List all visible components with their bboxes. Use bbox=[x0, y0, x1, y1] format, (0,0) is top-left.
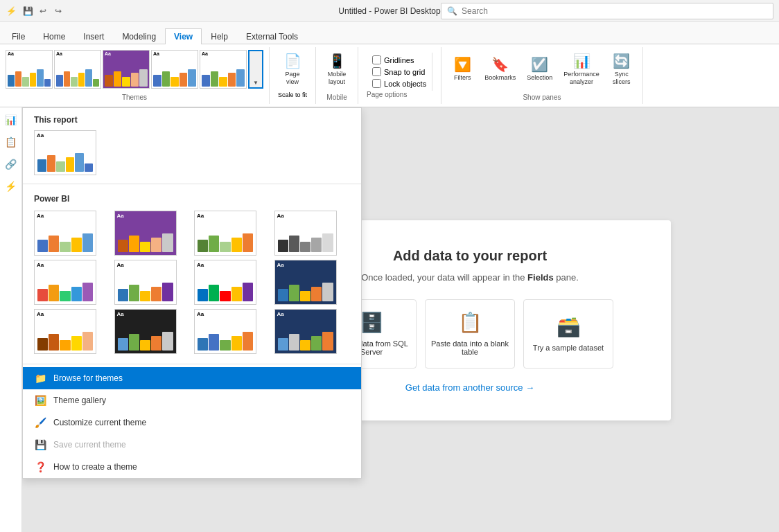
sample-dataset-icon: 🗃️ bbox=[557, 315, 581, 338]
browse-themes-item[interactable]: 📁 Browse for themes bbox=[23, 367, 361, 389]
save-theme-label: Save current theme bbox=[53, 440, 126, 450]
snap-to-grid-input[interactable] bbox=[372, 67, 381, 76]
this-report-theme-1[interactable]: Aa bbox=[34, 130, 96, 175]
save-theme-item: 💾 Save current theme bbox=[23, 434, 361, 456]
filters-icon: 🔽 bbox=[454, 56, 471, 73]
pbi-theme-2[interactable]: Aa bbox=[114, 211, 177, 256]
pbi-theme-3[interactable]: Aa bbox=[194, 211, 256, 256]
gridlines-checkbox[interactable]: Gridlines bbox=[372, 55, 426, 64]
divider-2 bbox=[23, 364, 361, 364]
power-bi-themes-grid: Aa Aa bbox=[23, 206, 361, 361]
powerbi-icon[interactable]: ⚡ bbox=[6, 6, 17, 17]
theme-thumb-4[interactable]: Aa bbox=[151, 50, 198, 89]
performance-analyzer-button[interactable]: 📊 Performanceanalyzer bbox=[559, 50, 604, 89]
gridlines-label: Gridlines bbox=[384, 56, 414, 64]
sync-slicers-label: Syncslicers bbox=[613, 71, 631, 86]
tab-external-tools[interactable]: External Tools bbox=[237, 28, 307, 44]
pbi-theme-12[interactable]: Aa bbox=[274, 309, 337, 354]
ribbon: File Home Insert Modeling View Help Exte… bbox=[0, 22, 779, 107]
left-sidebar: 📊 📋 🔗 ⚡ bbox=[0, 107, 22, 532]
main-area: 📊 📋 🔗 ⚡ Add data to your report Once loa… bbox=[0, 107, 779, 532]
customize-theme-item[interactable]: 🖌️ Customize current theme bbox=[23, 411, 361, 434]
sidebar-icon-report[interactable]: 📊 bbox=[1, 110, 21, 130]
pbi-theme-6[interactable]: Aa bbox=[114, 260, 177, 305]
tab-home[interactable]: Home bbox=[34, 28, 74, 44]
theme-thumbnails: Aa Aa bbox=[6, 50, 263, 89]
page-view-items: 📄 Pageview Scale to fit bbox=[275, 50, 310, 100]
pbi-theme-5[interactable]: Aa bbox=[34, 260, 96, 305]
snap-to-grid-checkbox[interactable]: Snap to grid bbox=[372, 67, 426, 76]
pbi-theme-11[interactable]: Aa bbox=[194, 309, 256, 354]
blank-table-label: Paste data into a blank table bbox=[426, 339, 514, 356]
selection-label: Selection bbox=[527, 74, 552, 82]
power-bi-section-label: Power BI bbox=[23, 187, 361, 206]
pbi-theme-9[interactable]: Aa bbox=[34, 309, 96, 354]
lock-objects-checkbox[interactable]: Lock objects bbox=[372, 79, 426, 88]
page-view-button[interactable]: 📄 Pageview bbox=[277, 50, 308, 89]
performance-analyzer-label: Performanceanalyzer bbox=[563, 71, 599, 86]
mobile-layout-button[interactable]: 📱 Mobilelayout bbox=[322, 50, 352, 89]
search-input[interactable] bbox=[462, 6, 767, 16]
themes-group: Aa Aa bbox=[0, 47, 270, 104]
sample-dataset-card[interactable]: 🗃️ Try a sample dataset bbox=[523, 299, 613, 369]
performance-analyzer-icon: 📊 bbox=[573, 53, 590, 69]
browse-themes-icon: 📁 bbox=[34, 373, 46, 384]
theme-thumb-2[interactable]: Aa bbox=[54, 50, 101, 89]
search-icon: 🔍 bbox=[447, 6, 457, 16]
pbi-theme-4[interactable]: Aa bbox=[274, 211, 337, 256]
scale-to-fit-button[interactable]: Scale to fit bbox=[275, 90, 310, 100]
filters-button[interactable]: 🔽 Filters bbox=[447, 53, 478, 85]
pbi-theme-8[interactable]: Aa bbox=[274, 260, 337, 305]
search-bar[interactable]: 🔍 bbox=[441, 3, 773, 19]
window-title: Untitled - Power BI Desktop bbox=[338, 6, 440, 16]
sidebar-icon-data[interactable]: 📋 bbox=[1, 132, 21, 152]
fields-bold: Fields bbox=[527, 272, 554, 283]
title-bar-controls: 💾 ↩ ↪ bbox=[22, 6, 64, 17]
show-panes-label: Show panes bbox=[523, 94, 561, 101]
tab-insert[interactable]: Insert bbox=[74, 28, 113, 44]
undo-icon[interactable]: ↩ bbox=[37, 6, 49, 17]
pbi-theme-7[interactable]: Aa bbox=[194, 260, 256, 305]
bookmarks-label: Bookmarks bbox=[484, 74, 516, 82]
lock-objects-input[interactable] bbox=[372, 79, 381, 88]
customize-theme-icon: 🖌️ bbox=[34, 417, 46, 428]
tab-help[interactable]: Help bbox=[202, 28, 237, 44]
tab-file[interactable]: File bbox=[3, 28, 34, 44]
themes-group-label: Themes bbox=[122, 94, 147, 101]
redo-icon[interactable]: ↪ bbox=[53, 6, 64, 17]
sync-slicers-button[interactable]: 🔄 Syncslicers bbox=[606, 50, 637, 89]
lock-objects-label: Lock objects bbox=[384, 80, 426, 88]
page-options-group: Gridlines Snap to grid Lock objects Page… bbox=[358, 47, 441, 104]
how-to-create-icon: ❓ bbox=[34, 461, 46, 472]
theme-dropdown-button[interactable]: ▼ bbox=[248, 50, 263, 89]
tab-modeling[interactable]: Modeling bbox=[113, 28, 165, 44]
tab-view[interactable]: View bbox=[165, 28, 202, 44]
selection-icon: ☑️ bbox=[531, 56, 548, 73]
filters-label: Filters bbox=[454, 74, 471, 82]
this-report-themes: Aa bbox=[23, 127, 361, 181]
pbi-theme-10[interactable]: Aa bbox=[114, 309, 177, 354]
theme-thumb-1[interactable]: Aa bbox=[6, 50, 53, 89]
this-report-section-label: This report bbox=[23, 108, 361, 127]
pbi-theme-1[interactable]: Aa bbox=[34, 211, 96, 256]
canvas-area: Add data to your report Once loaded, you… bbox=[22, 107, 779, 532]
sidebar-icon-dax[interactable]: ⚡ bbox=[1, 177, 21, 196]
blank-table-card[interactable]: 📋 Paste data into a blank table bbox=[425, 299, 515, 369]
get-data-link[interactable]: Get data from another source → bbox=[405, 382, 534, 393]
customize-theme-label: Customize current theme bbox=[53, 418, 146, 427]
save-icon[interactable]: 💾 bbox=[22, 6, 33, 17]
page-view-icon: 📄 bbox=[284, 53, 301, 69]
snap-to-grid-label: Snap to grid bbox=[384, 68, 425, 76]
theme-gallery-icon: 🖼️ bbox=[34, 395, 46, 406]
theme-thumb-3[interactable]: Aa bbox=[103, 50, 150, 89]
theme-thumb-5[interactable]: Aa bbox=[200, 50, 247, 89]
how-to-create-item[interactable]: ❓ How to create a theme bbox=[23, 456, 361, 478]
bookmarks-button[interactable]: 🔖 Bookmarks bbox=[480, 53, 520, 85]
title-bar: ⚡ 💾 ↩ ↪ Untitled - Power BI Desktop 🔍 bbox=[0, 0, 779, 22]
page-view-group: 📄 Pageview Scale to fit bbox=[270, 47, 316, 104]
sidebar-icon-model[interactable]: 🔗 bbox=[1, 154, 21, 174]
selection-button[interactable]: ☑️ Selection bbox=[523, 53, 557, 85]
gridlines-input[interactable] bbox=[372, 55, 381, 64]
save-theme-icon: 💾 bbox=[34, 439, 46, 450]
theme-gallery-item[interactable]: 🖼️ Theme gallery bbox=[23, 389, 361, 411]
